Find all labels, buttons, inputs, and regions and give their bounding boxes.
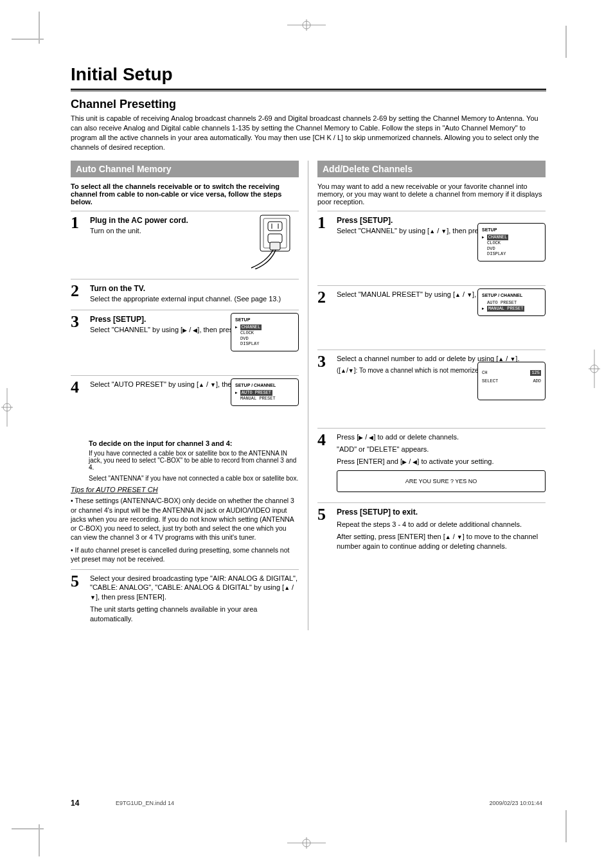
auto-lead: To select all the channels receivable or… [71, 182, 299, 206]
step-number: 3 [317, 354, 332, 369]
text-frag: Select "AUTO PRESET" by using [ [90, 380, 199, 388]
down-arrow-icon: ▼ [441, 228, 447, 235]
osd-item: CLOCK [482, 240, 541, 246]
osd-label: CH [482, 370, 487, 376]
crop-mark [565, 810, 567, 842]
text-frag: Select your desired broadcasting type "A… [90, 574, 298, 592]
osd-header: SETUP [482, 227, 541, 233]
step-auto-3: 3 Press [SETUP]. Select "CHANNEL" by usi… [71, 310, 299, 369]
step-text: Select "CHANNEL" by using [▲ / ▼], then … [337, 227, 498, 235]
step-text: "ADD" or "DELETE" appears. [337, 445, 546, 454]
text-frag: Select "CHANNEL" by using [ [337, 227, 429, 235]
left-column: Auto Channel Memory To select all the ch… [71, 161, 305, 630]
text-frag: / [435, 227, 441, 235]
text-frag: ]: To move a channel which is not memori… [354, 367, 497, 374]
text-frag: ] to add or delete channels. [373, 433, 459, 441]
osd-label: SELECT [482, 378, 498, 384]
text-frag: / [451, 533, 457, 540]
step-text: The unit starts getting channels availab… [90, 605, 299, 624]
registration-mark [287, 837, 326, 849]
step-text: Select the appropriate external input ch… [90, 294, 299, 304]
section-header-manual: Add/Delete Channels [317, 161, 546, 177]
step-man-2: 2 Select "MANUAL PRESET" by using [▲ / ▼… [317, 285, 546, 343]
text-frag: / [407, 457, 413, 465]
step-auto-4: 4 Select "AUTO PRESET" by using [▲ / ▼],… [71, 375, 299, 433]
osd-header: SETUP / CHANNEL [482, 293, 541, 299]
page-number: 14 [71, 799, 79, 808]
file-tag: E9TG1UD_EN.indd 14 [116, 800, 174, 806]
osd-item: AUTO PRESET [240, 390, 272, 396]
registration-mark [287, 19, 326, 31]
step-text: Press [▶ / ◀] to add or delete channels. [337, 433, 459, 441]
note-text: Select "ANTENNA" if you have not connect… [89, 475, 299, 482]
tip-text: • These settings (ANTENNA/C-BOX) only de… [71, 496, 299, 542]
osd-item: CHANNEL [240, 324, 262, 330]
osd-value: 125 [530, 370, 541, 376]
crop-mark [12, 39, 44, 40]
section-subtitle: Channel Presetting [71, 98, 546, 111]
step-auto-1: 1 Plug in the AC power cord. Turn on the… [71, 211, 299, 272]
osd-item: CLOCK [235, 330, 294, 336]
step-number: 5 [71, 574, 85, 589]
text-frag: / [290, 583, 294, 591]
step-number: 4 [317, 432, 332, 447]
sub-heading: To decide on the input for channel 3 and… [89, 439, 299, 447]
osd-item: DVD [235, 336, 294, 342]
text-frag: Press [ENTER] and [ [337, 457, 402, 465]
osd-screen-manual: CH125 SELECTADD [477, 362, 546, 400]
step-man-3: 3 Select a channel number to add or dele… [317, 350, 546, 421]
up-arrow-icon: ▲ [455, 292, 461, 298]
text-frag: Press [ [337, 433, 359, 441]
step-man-5: 5 Press [SETUP] to exit. Repeat the step… [317, 502, 546, 551]
text-frag: These settings (ANTENNA/C-BOX) only deci… [71, 497, 294, 541]
step-number: 4 [71, 380, 85, 394]
osd-item: AUTO PRESET [482, 300, 541, 306]
osd-item: DISPLAY [482, 251, 541, 257]
down-arrow-icon: ▼ [348, 368, 354, 374]
step-number: 2 [317, 290, 332, 305]
section-header-auto: Auto Channel Memory [71, 161, 299, 177]
step-auto-2: 2 Turn on the TV. Select the appropriate… [71, 279, 299, 303]
step-text: Repeat the steps 3 - 4 to add or delete … [337, 520, 546, 529]
osd-value: ADD [533, 378, 541, 384]
step-man-1: 1 Press [SETUP]. Select "CHANNEL" by usi… [317, 211, 546, 279]
down-arrow-icon: ▼ [90, 594, 96, 601]
right-column: Add/Delete Channels You may want to add … [311, 161, 546, 630]
osd-header: SETUP / CHANNEL [235, 383, 294, 389]
osd-screen-setup: SETUP ▶ CHANNEL CLOCK DVD DISPLAY [231, 313, 299, 351]
up-arrow-icon: ▲ [341, 368, 346, 374]
up-arrow-icon: ▲ [284, 585, 290, 591]
tip-text: • If auto channel preset is cancelled du… [71, 545, 299, 563]
down-arrow-icon: ▼ [210, 382, 216, 388]
text-frag: / [204, 380, 210, 388]
text-frag: If auto channel preset is cancelled duri… [71, 546, 289, 563]
osd-item: MANUAL PRESET [235, 396, 294, 402]
registration-mark [589, 350, 600, 388]
text-frag: Select "CHANNEL" by using [ [90, 326, 182, 333]
step-text: Select your desired broadcasting type "A… [90, 574, 298, 601]
two-column-layout: Auto Channel Memory To select all the ch… [71, 161, 546, 630]
step-auto-5: 5 Select your desired broadcasting type … [71, 569, 299, 624]
column-divider [308, 161, 308, 630]
step-number: 3 [71, 314, 85, 329]
registration-mark [1, 388, 13, 427]
text-frag: / [187, 326, 193, 333]
text-frag: After setting, press [ENTER] then [ [337, 533, 445, 540]
down-arrow-icon: ▼ [466, 292, 472, 298]
osd-screen-channel: SETUP / CHANNEL ▶ AUTO PRESET MANUAL PRE… [231, 378, 299, 405]
crop-mark [12, 828, 44, 829]
down-arrow-icon: ▼ [457, 534, 463, 540]
tips-section: Tips for AUTO PRESET CH • These settings… [71, 486, 299, 563]
step-number: 2 [71, 283, 85, 298]
page-title: Initial Setup [71, 64, 546, 85]
osd-screen-channel: SETUP / CHANNEL AUTO PRESET ▶ MANUAL PRE… [477, 288, 546, 315]
timestamp: 2009/02/23 10:01:44 [489, 800, 542, 806]
up-arrow-icon: ▲ [445, 534, 451, 540]
step-title: Turn on the TV. [90, 283, 299, 294]
text-frag: / [461, 290, 466, 298]
osd-item: MANUAL PRESET [487, 306, 525, 312]
osd-item: DISPLAY [235, 341, 294, 347]
manual-lead: You may want to add a new receivable or … [317, 182, 546, 206]
text-frag: Select "MANUAL PRESET" by using [ [337, 290, 455, 298]
note-text: If you have connected a cable box or sat… [89, 450, 299, 471]
